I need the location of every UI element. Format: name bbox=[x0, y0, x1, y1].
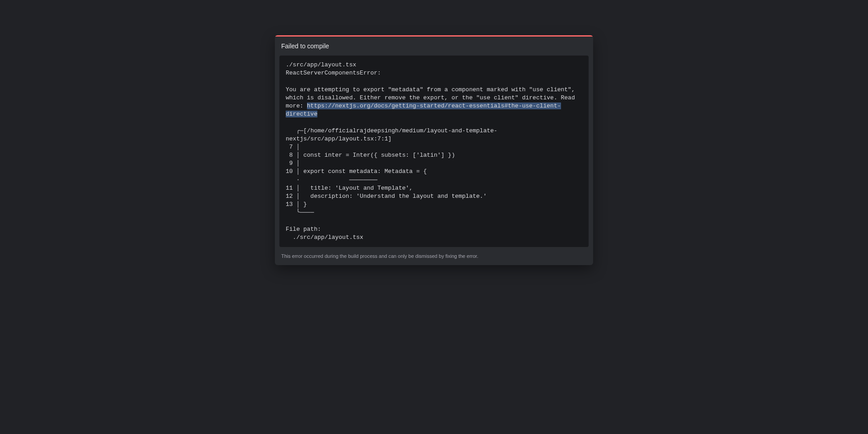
error-header: Failed to compile bbox=[275, 37, 593, 56]
error-footer-text: This error occurred during the build pro… bbox=[281, 253, 587, 259]
error-footer: This error occurred during the build pro… bbox=[275, 252, 593, 265]
error-text-after: ╭─[/home/officialrajdeepsingh/medium/lay… bbox=[286, 127, 497, 241]
error-title: Failed to compile bbox=[281, 42, 587, 50]
error-doc-link[interactable]: https://nextjs.org/docs/getting-started/… bbox=[286, 103, 561, 117]
error-body: ./src/app/layout.tsx ReactServerComponen… bbox=[279, 56, 589, 247]
error-dialog: Failed to compile ./src/app/layout.tsx R… bbox=[275, 35, 593, 265]
